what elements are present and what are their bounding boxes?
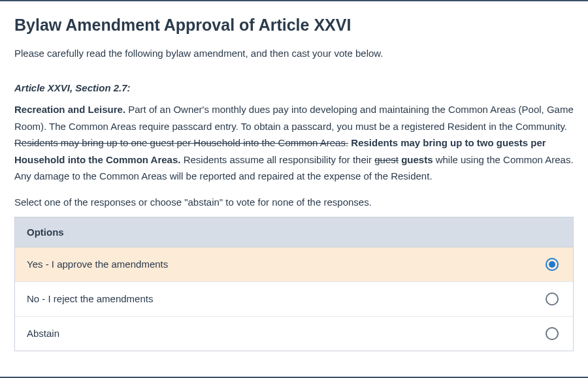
options-table: Options Yes - I approve the amendments N… xyxy=(14,217,574,351)
ballot-container: Bylaw Amendment Approval of Article XXVI… xyxy=(0,0,588,378)
radio-icon xyxy=(546,327,559,340)
select-hint: Select one of the responses or choose "a… xyxy=(14,197,574,208)
article-add-2: guests xyxy=(399,154,433,165)
option-row-abstain[interactable]: Abstain xyxy=(15,317,573,351)
article-body: Recreation and Leisure. Part of an Owner… xyxy=(14,101,574,185)
option-label: Yes - I approve the amendments xyxy=(27,259,168,270)
option-label: No - I reject the amendments xyxy=(27,293,153,304)
options-header: Options xyxy=(15,217,573,247)
option-row-yes[interactable]: Yes - I approve the amendments xyxy=(15,247,573,282)
option-label: Abstain xyxy=(27,328,59,339)
radio-icon xyxy=(546,292,559,306)
article-section-title: Article XXVI, Section 2.7: xyxy=(14,82,574,93)
option-row-no[interactable]: No - I reject the amendments xyxy=(15,282,573,317)
radio-icon xyxy=(546,258,559,271)
intro-text: Please carefully read the following byla… xyxy=(14,48,574,59)
article-strike-2: guest xyxy=(374,154,399,165)
page-title: Bylaw Amendment Approval of Article XXVI xyxy=(14,16,574,35)
article-p2a: Residents assume all responsibility for … xyxy=(180,154,374,165)
article-lead: Recreation and Leisure. xyxy=(14,104,125,115)
article-strike-1: Residents may bring up to one guest per … xyxy=(14,137,348,148)
